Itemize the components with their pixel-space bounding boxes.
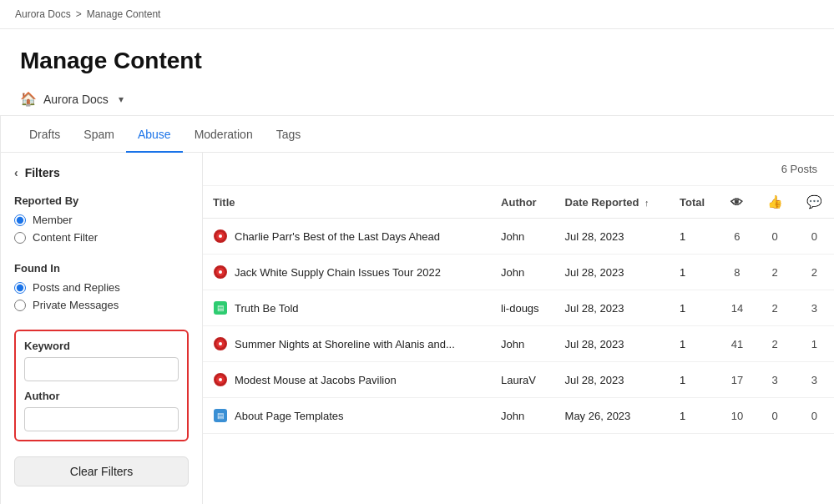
clear-filters-button[interactable]: Clear Filters [14,456,189,486]
author-input[interactable] [24,407,179,431]
found-in-section: Found In Posts and Replies Private Messa… [14,262,189,316]
keyword-label: Keyword [24,340,179,352]
th-date-reported[interactable]: Date Reported ↑ [555,186,670,219]
tab-drafts[interactable]: Drafts [18,116,72,153]
cell-likes: 0 [755,398,794,434]
tabs-area: Drafts Spam Abuse Moderation Tags ‹ Filt… [0,116,834,504]
table-area: 6 Posts Title Author Date Reported ↑ Tot… [203,153,834,504]
cell-views: 10 [719,398,755,434]
cell-total: 1 [670,290,719,326]
content-area: ‹ Filters Reported By Member Content Fil… [1,153,834,504]
comments-icon: 💬 [806,194,822,209]
cell-total: 1 [670,362,719,398]
main-layout: Drafts Spam Abuse Moderation Tags ‹ Filt… [0,116,834,504]
post-title-text: Charlie Parr's Best of the Last Days Ahe… [235,230,440,243]
reported-by-label: Reported By [14,194,189,207]
content-table: Title Author Date Reported ↑ Total 👁 👍 💬 [203,186,834,434]
th-views: 👁 [719,186,755,219]
radio-posts-replies-input[interactable] [14,282,26,294]
th-author: Author [491,186,554,219]
table-row[interactable]: Jack White Supply Chain Issues Tour 2022… [203,255,834,290]
workspace-bar[interactable]: 🏠 Aurora Docs ▾ [0,83,834,116]
filters-title: Filters [25,166,60,179]
post-title-text: Modest Mouse at Jacobs Pavilion [235,374,397,386]
cell-author: LauraV [491,362,554,398]
table-row[interactable]: Charlie Parr's Best of the Last Days Ahe… [203,219,834,255]
table-header-row: Title Author Date Reported ↑ Total 👁 👍 💬 [203,186,834,219]
cell-author: John [491,255,554,290]
cell-comments: 1 [795,326,834,362]
th-total: Total [670,186,719,219]
cell-comments: 0 [795,398,834,434]
filters-panel: ‹ Filters Reported By Member Content Fil… [1,153,203,504]
breadcrumb: Aurora Docs > Manage Content [0,0,834,29]
radio-member-label: Member [33,214,73,226]
cell-comments: 3 [795,362,834,398]
table-row[interactable]: ▤ Truth Be Told li-dougs Jul 28, 2023 1 … [203,290,834,326]
keyword-input[interactable] [24,357,179,381]
reported-by-section: Reported By Member Content Filter [14,194,189,249]
breadcrumb-separator: > [76,8,82,20]
cell-likes: 2 [755,290,794,326]
cell-likes: 3 [755,362,794,398]
radio-private-messages-label: Private Messages [33,299,119,311]
breadcrumb-current: Manage Content [87,8,161,20]
author-label: Author [24,390,179,402]
cell-date: May 26, 2023 [555,398,670,434]
cell-author: John [491,219,554,255]
radio-content-filter[interactable]: Content Filter [14,231,189,244]
cell-total: 1 [670,326,719,362]
table-row[interactable]: Modest Mouse at Jacobs Pavilion LauraV J… [203,362,834,398]
post-title-text: Jack White Supply Chain Issues Tour 2022 [235,266,441,279]
radio-private-messages[interactable]: Private Messages [14,299,189,311]
post-count: 6 Posts [781,163,817,175]
post-title-text: About Page Templates [235,410,344,422]
breadcrumb-parent[interactable]: Aurora Docs [15,8,71,20]
post-type-icon: ▤ [213,408,228,423]
radio-posts-replies-label: Posts and Replies [33,281,120,294]
cell-likes: 2 [755,255,794,290]
radio-private-messages-input[interactable] [14,300,26,311]
post-count-bar: 6 Posts [203,153,834,186]
sort-arrow-icon: ↑ [644,198,650,208]
cell-views: 41 [719,326,755,362]
cell-author: John [491,326,554,362]
post-title-text: Summer Nights at Shoreline with Alanis a… [235,338,455,350]
cell-title: ▤ Truth Be Told [203,290,491,326]
back-icon[interactable]: ‹ [14,166,18,179]
th-title: Title [203,186,491,219]
tab-abuse[interactable]: Abuse [126,116,183,153]
th-likes: 👍 [755,186,794,219]
page-title: Manage Content [20,48,814,74]
cell-likes: 0 [755,219,794,255]
cell-title: Charlie Parr's Best of the Last Days Ahe… [203,219,491,255]
cell-views: 17 [719,362,755,398]
tab-tags[interactable]: Tags [265,116,313,153]
cell-comments: 3 [795,290,834,326]
tab-moderation[interactable]: Moderation [183,116,265,153]
radio-member-input[interactable] [14,214,26,226]
post-title-text: Truth Be Told [235,302,299,315]
cell-total: 1 [670,255,719,290]
cell-comments: 2 [795,255,834,290]
cell-views: 14 [719,290,755,326]
cell-date: Jul 28, 2023 [555,362,670,398]
cell-title: ▤ About Page Templates [203,398,491,434]
cell-views: 6 [719,219,755,255]
radio-content-filter-input[interactable] [14,232,26,244]
cell-title: Jack White Supply Chain Issues Tour 2022 [203,255,491,290]
cell-date: Jul 28, 2023 [555,255,670,290]
home-icon: 🏠 [20,91,37,107]
table-row[interactable]: Summer Nights at Shoreline with Alanis a… [203,326,834,362]
tabs-bar: Drafts Spam Abuse Moderation Tags [1,116,834,153]
page-header: Manage Content [0,29,834,83]
cell-likes: 2 [755,326,794,362]
table-row[interactable]: ▤ About Page Templates John May 26, 2023… [203,398,834,434]
cell-author: li-dougs [491,290,554,326]
radio-posts-replies[interactable]: Posts and Replies [14,281,189,294]
keyword-author-section: Keyword Author [14,330,189,441]
th-comments: 💬 [795,186,834,219]
radio-member[interactable]: Member [14,214,189,226]
post-type-icon [213,336,228,351]
tab-spam[interactable]: Spam [72,116,126,153]
